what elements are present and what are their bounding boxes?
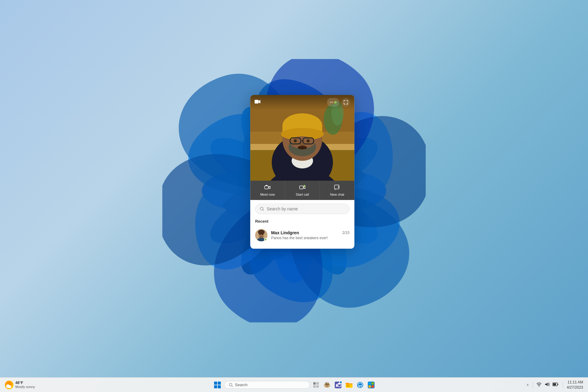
svg-point-32 bbox=[294, 139, 297, 142]
teams-more-button[interactable]: ··· bbox=[327, 98, 339, 107]
svg-point-45 bbox=[258, 230, 265, 235]
chat-info: Max Lindgren 2/15 Panos has the best sne… bbox=[271, 230, 349, 240]
teams-search-bar[interactable] bbox=[255, 204, 349, 214]
svg-rect-78 bbox=[371, 385, 374, 388]
svg-rect-61 bbox=[313, 385, 316, 388]
weather-sun-icon bbox=[5, 381, 13, 389]
tray-divider bbox=[533, 382, 533, 388]
tray-expand-button[interactable]: ∧ bbox=[526, 382, 530, 387]
teams-popup: ··· bbox=[250, 95, 354, 249]
svg-rect-71 bbox=[347, 385, 349, 386]
start-call-label: Start call bbox=[296, 193, 309, 196]
svg-rect-59 bbox=[313, 382, 316, 385]
svg-point-66 bbox=[327, 385, 327, 386]
microsoft-store-button[interactable] bbox=[366, 380, 376, 390]
taskbar: 46°F Mostly sunny bbox=[0, 377, 588, 392]
teams-expand-button[interactable] bbox=[341, 98, 350, 107]
file-explorer-button[interactable] bbox=[344, 380, 354, 390]
desktop: ··· bbox=[0, 0, 588, 392]
svg-rect-55 bbox=[218, 382, 221, 385]
svg-rect-76 bbox=[371, 382, 374, 385]
svg-rect-81 bbox=[553, 383, 556, 386]
svg-rect-54 bbox=[214, 382, 217, 385]
svg-rect-39 bbox=[300, 186, 303, 189]
chat-date: 2/15 bbox=[342, 231, 349, 235]
meet-now-icon bbox=[264, 184, 271, 191]
volume-status-icon bbox=[545, 382, 549, 387]
store-icon bbox=[368, 382, 375, 388]
svg-rect-60 bbox=[316, 382, 319, 385]
teams-header-bar: ··· bbox=[250, 95, 354, 110]
svg-rect-75 bbox=[368, 382, 371, 385]
teams-actions-bar: Meet now Start call New chat bbox=[250, 181, 354, 200]
svg-point-58 bbox=[229, 383, 232, 386]
taskbar-search-icon bbox=[229, 383, 233, 387]
system-tray: ∧ bbox=[526, 381, 559, 388]
taskbar-center: Search bbox=[212, 379, 376, 390]
svg-rect-82 bbox=[558, 384, 558, 385]
teams-search-section bbox=[250, 200, 354, 217]
wifi-status-icon bbox=[537, 382, 541, 386]
teams-header-actions: ··· bbox=[327, 98, 350, 107]
taskbar-search-label: Search bbox=[235, 383, 247, 387]
chat-preview: Panos has the best sneakers ever! bbox=[271, 236, 349, 240]
meet-now-button[interactable]: Meet now bbox=[250, 181, 285, 200]
svg-point-48 bbox=[262, 234, 263, 235]
battery-status-icon bbox=[552, 382, 559, 386]
clock-date: 4/27/2023 bbox=[567, 385, 583, 390]
clock-time: 11:11 AM bbox=[567, 380, 583, 385]
svg-rect-37 bbox=[265, 186, 269, 189]
new-chat-button[interactable]: New chat bbox=[320, 181, 355, 200]
contact-avatar-container bbox=[255, 229, 267, 241]
windows-logo bbox=[214, 382, 221, 388]
new-chat-label: New chat bbox=[330, 193, 344, 196]
svg-point-49 bbox=[259, 236, 263, 239]
search-by-name-input[interactable] bbox=[267, 206, 345, 211]
svg-rect-36 bbox=[254, 100, 258, 104]
teams-camera-icon bbox=[254, 99, 261, 106]
task-view-icon bbox=[313, 382, 319, 388]
svg-rect-72 bbox=[347, 386, 350, 386]
clock-divider bbox=[563, 382, 563, 388]
teams-taskbar-button[interactable] bbox=[333, 380, 343, 390]
weather-widget[interactable]: 46°F Mostly sunny bbox=[5, 381, 35, 389]
start-call-button[interactable]: Start call bbox=[285, 181, 320, 200]
meet-now-label: Meet now bbox=[260, 193, 275, 196]
svg-point-40 bbox=[303, 185, 305, 187]
task-view-button[interactable] bbox=[311, 380, 321, 390]
svg-rect-53 bbox=[7, 386, 11, 388]
battery-icon[interactable] bbox=[552, 382, 559, 388]
taskbar-left: 46°F Mostly sunny bbox=[5, 381, 37, 389]
weather-temp: 46°F bbox=[15, 381, 35, 385]
start-button[interactable] bbox=[212, 379, 223, 390]
system-clock[interactable]: 11:11 AM 4/27/2023 bbox=[567, 380, 583, 390]
taskbar-search-bar[interactable]: Search bbox=[224, 381, 310, 389]
svg-rect-56 bbox=[214, 385, 217, 388]
file-explorer-icon bbox=[346, 382, 352, 388]
weather-icon bbox=[5, 381, 13, 389]
wifi-icon[interactable] bbox=[536, 382, 542, 388]
teams-video-section: ··· bbox=[250, 95, 354, 181]
svg-point-79 bbox=[538, 386, 539, 387]
widgets-icon bbox=[323, 382, 331, 388]
start-call-icon bbox=[299, 184, 306, 191]
new-chat-icon bbox=[334, 184, 341, 191]
svg-point-35 bbox=[298, 146, 307, 149]
edge-icon bbox=[357, 382, 364, 388]
teams-recent-section: Recent bbox=[250, 217, 354, 249]
search-icon bbox=[260, 206, 264, 211]
weather-condition: Mostly sunny bbox=[15, 385, 35, 389]
svg-point-33 bbox=[307, 139, 310, 142]
edge-browser-button[interactable] bbox=[355, 380, 365, 390]
contact-name: Max Lindgren bbox=[271, 230, 299, 235]
teams-notification-badge bbox=[339, 381, 342, 384]
taskbar-right: ∧ bbox=[526, 380, 583, 390]
svg-rect-77 bbox=[368, 385, 371, 388]
weather-text: 46°F Mostly sunny bbox=[15, 381, 35, 389]
widgets-button[interactable] bbox=[322, 380, 332, 390]
volume-icon[interactable] bbox=[544, 381, 550, 388]
recent-label: Recent bbox=[255, 219, 349, 224]
svg-rect-62 bbox=[316, 385, 319, 388]
chat-item-max[interactable]: Max Lindgren 2/15 Panos has the best sne… bbox=[255, 227, 349, 244]
chat-name-row: Max Lindgren 2/15 bbox=[271, 230, 349, 235]
